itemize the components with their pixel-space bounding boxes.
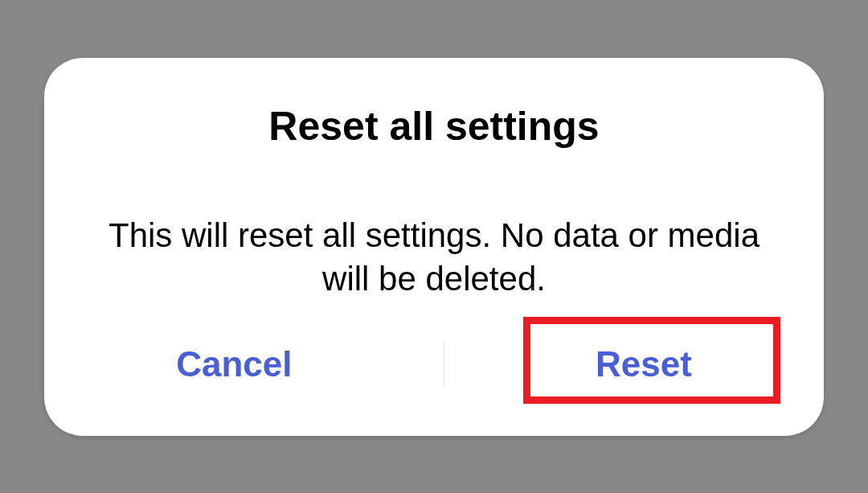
dialog-button-row: Cancel Reset [76, 333, 792, 396]
dialog-title: Reset all settings [268, 103, 599, 150]
reset-settings-dialog: Reset all settings This will reset all s… [44, 58, 824, 436]
reset-button[interactable]: Reset [547, 333, 740, 396]
button-divider [444, 343, 444, 386]
cancel-button[interactable]: Cancel [128, 333, 340, 396]
dialog-message: This will reset all settings. No data or… [84, 214, 784, 302]
